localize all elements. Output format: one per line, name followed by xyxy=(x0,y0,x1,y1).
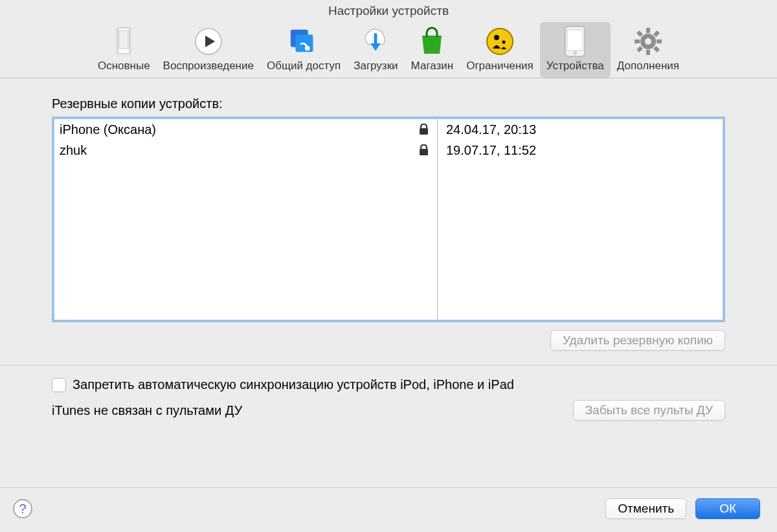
tab-advanced[interactable]: Дополнения xyxy=(611,22,686,78)
tab-store[interactable]: Магазин xyxy=(405,22,460,78)
tab-label: Устройства xyxy=(546,60,604,72)
backup-name: zhuk xyxy=(60,143,409,158)
column-divider xyxy=(437,119,438,320)
svg-rect-19 xyxy=(635,39,640,43)
footer: ? Отменить ОК xyxy=(0,487,777,532)
svg-rect-21 xyxy=(636,30,643,37)
ok-button[interactable]: ОК xyxy=(695,498,760,519)
backup-list[interactable]: iPhone (Оксана) 24.04.17, 20:13 zhuk 19.… xyxy=(52,116,725,322)
svg-rect-24 xyxy=(636,46,643,52)
tab-label: Дополнения xyxy=(617,60,679,72)
help-button[interactable]: ? xyxy=(13,499,32,518)
tab-label: Магазин xyxy=(411,60,454,72)
svg-point-15 xyxy=(574,52,577,55)
svg-point-11 xyxy=(494,35,499,40)
tab-label: Загрузки xyxy=(354,60,398,72)
backup-row[interactable]: zhuk 19.07.17, 11:52 xyxy=(54,140,723,161)
svg-rect-14 xyxy=(567,30,583,50)
general-icon xyxy=(108,26,139,57)
preferences-toolbar: Основные Воспроизведение Общий доступ xyxy=(0,19,777,78)
gear-icon xyxy=(633,26,664,57)
lock-icon xyxy=(409,124,429,135)
play-icon xyxy=(193,26,224,57)
svg-rect-26 xyxy=(420,128,428,135)
svg-rect-20 xyxy=(657,39,662,43)
delete-backup-button[interactable]: Удалить резервную копию xyxy=(550,330,725,351)
prevent-sync-label: Запретить автоматическую синхронизацию у… xyxy=(73,377,514,392)
content-pane: Резервные копии устройств: iPhone (Оксан… xyxy=(0,78,777,421)
window-title: Настройки устройств xyxy=(0,0,777,19)
tab-sharing[interactable]: Общий доступ xyxy=(260,22,347,78)
svg-rect-27 xyxy=(420,149,428,155)
svg-point-7 xyxy=(305,46,310,51)
tab-label: Общий доступ xyxy=(267,60,341,72)
restrictions-icon xyxy=(484,26,515,57)
tab-restrictions[interactable]: Ограничения xyxy=(460,22,540,78)
svg-rect-22 xyxy=(653,46,660,52)
remotes-status: iTunes не связан с пультами ДУ xyxy=(52,403,242,418)
tab-downloads[interactable]: Загрузки xyxy=(347,22,404,78)
backup-row[interactable]: iPhone (Оксана) 24.04.17, 20:13 xyxy=(54,119,723,140)
tab-devices[interactable]: Устройства xyxy=(540,22,611,78)
svg-point-12 xyxy=(502,41,505,44)
separator xyxy=(0,365,777,366)
svg-point-25 xyxy=(645,38,651,45)
backups-heading: Резервные копии устройств: xyxy=(52,96,725,111)
sharing-icon xyxy=(288,26,319,57)
svg-rect-17 xyxy=(646,28,650,33)
forget-remotes-button[interactable]: Забыть все пульты ДУ xyxy=(573,400,725,421)
backup-date: 24.04.17, 20:13 xyxy=(437,122,717,137)
svg-rect-18 xyxy=(646,50,650,55)
tab-general[interactable]: Основные xyxy=(91,22,157,78)
tab-playback[interactable]: Воспроизведение xyxy=(157,22,260,78)
downloads-icon xyxy=(360,26,391,57)
tab-label: Ограничения xyxy=(466,60,534,72)
svg-point-10 xyxy=(487,28,513,54)
store-icon xyxy=(416,26,447,57)
backup-name: iPhone (Оксана) xyxy=(60,122,409,137)
backup-date: 19.07.17, 11:52 xyxy=(437,143,717,158)
tab-label: Основные xyxy=(98,60,150,72)
cancel-button[interactable]: Отменить xyxy=(605,498,686,519)
prevent-sync-checkbox[interactable] xyxy=(52,378,66,392)
lock-icon xyxy=(409,144,429,156)
device-icon xyxy=(559,26,591,57)
svg-rect-2 xyxy=(119,30,128,49)
tab-label: Воспроизведение xyxy=(163,60,254,72)
svg-marker-9 xyxy=(371,43,381,51)
svg-rect-23 xyxy=(653,30,660,37)
